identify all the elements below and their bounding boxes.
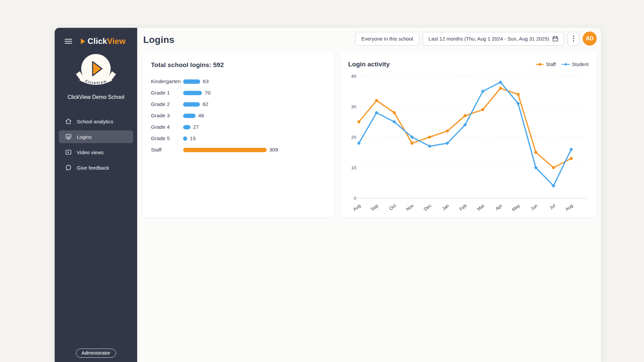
data-point [517,93,520,96]
series-line-staff [359,88,571,168]
x-tick-label: Jan [441,203,450,212]
top-bar: Logins Everyone in this school Last 12 m… [143,32,597,46]
bar-fill [183,91,202,95]
y-tick-label: 40 [351,74,356,79]
data-point [357,120,360,123]
cards-row: Total school logins: 592 Kindergarten63G… [143,53,597,218]
bar-row: Grade 346 [151,110,325,121]
user-avatar[interactable]: AD [583,32,597,46]
header-controls: Everyone in this school Last 12 months (… [355,32,597,46]
x-tick-label: Mar [476,203,486,212]
bar-chart-title: Total school logins: 592 [151,61,325,69]
bar-value-label: 309 [269,147,278,153]
data-point [481,108,484,111]
legend-item-staff[interactable]: Staff [536,62,556,67]
x-tick-label: Aug [352,203,362,212]
more-options-button[interactable] [568,32,579,46]
x-tick-label: Feb [459,203,468,212]
bar-category-label: Grade 1 [151,90,183,96]
audience-filter-label: Everyone in this school [361,36,413,42]
school-name: ClickView Demo School [55,94,137,100]
brand-text: ClickView [88,37,125,46]
y-tick-label: 30 [351,104,356,109]
bar-fill [183,148,267,152]
sidebar-item-give-feedback[interactable]: Give feedback [59,161,133,174]
bar-category-label: Staff [151,147,183,153]
bar-category-label: Grade 5 [151,135,183,141]
date-range-label: Last 12 months (Thu, Aug 1 2024 - Sun, A… [429,36,549,42]
sidebar-header: ClickView [55,28,137,47]
bar-value-label: 70 [205,90,210,96]
login-activity-card: Login activity StaffStudent 010203040Aug… [340,53,597,218]
app-window: ClickView ClickView ClickView Demo Schoo… [55,28,601,362]
student-legend-marker-icon [562,62,570,66]
clickview-logo: ClickView [81,37,125,46]
audience-filter-button[interactable]: Everyone in this school [355,32,419,46]
bar-value-label: 27 [193,124,199,130]
bar-category-label: Grade 4 [151,124,183,130]
bar-fill [183,136,187,141]
x-tick-label: Jul [548,203,556,210]
y-tick-label: 20 [351,135,356,140]
data-point [446,129,449,132]
y-tick-label: 10 [351,165,356,170]
bar-category-label: Kindergarten [151,78,183,84]
sidebar-item-video-views[interactable]: Video views [59,146,133,159]
x-tick-label: May [511,203,521,212]
sidebar: ClickView ClickView ClickView Demo Schoo… [55,28,137,362]
home-icon [65,118,72,125]
login-activity-chart: 010203040AugSepOctNovDecJanFebMarAprMayJ… [348,71,589,213]
x-tick-label: Aug [565,203,574,212]
sidebar-nav: School analyticsLoginsVideo viewsGive fe… [59,115,133,174]
chart-legend: StaffStudent [536,62,589,67]
video-views-icon [65,149,72,156]
x-tick-label: Apr [494,203,503,211]
feedback-chat-icon [65,164,72,171]
bar-fill [183,102,200,107]
kebab-menu-icon [573,36,574,42]
sidebar-item-label: Give feedback [77,165,109,171]
date-range-button[interactable]: Last 12 months (Thu, Aug 1 2024 - Sun, A… [423,32,564,46]
x-tick-label: Dec [423,203,432,212]
data-point [552,166,555,169]
x-tick-label: Jun [530,203,538,212]
data-point [411,142,414,145]
hamburger-menu-button[interactable] [65,39,72,44]
bar-row: Grade 427 [151,121,325,133]
x-tick-label: Oct [388,203,397,211]
data-point [499,87,502,90]
legend-label: Staff [546,62,556,67]
logins-monitor-icon [65,133,72,140]
bar-row: Kindergarten63 [151,76,325,87]
total-logins-card: Total school logins: 592 Kindergarten63G… [143,53,333,218]
sidebar-item-label: Video views [77,149,104,155]
x-tick-label: Sep [370,203,379,212]
legend-item-student[interactable]: Student [562,62,589,67]
bar-value-label: 46 [198,113,204,119]
bar-row: Grade 262 [151,99,325,110]
administrator-badge: Administrator [76,349,116,358]
line-chart-title: Login activity [348,61,390,68]
calendar-icon [552,36,558,42]
main-content: Logins Everyone in this school Last 12 m… [137,28,601,362]
bar-value-label: 15 [190,135,196,141]
bar-row: Grade 515 [151,133,325,144]
page-title: Logins [143,35,174,45]
bar-category-label: Grade 3 [151,113,183,119]
series-line-student [359,82,571,186]
sidebar-item-logins[interactable]: Logins [59,130,133,143]
x-tick-label: Nov [405,203,415,212]
data-point [464,114,467,117]
data-point [570,147,573,151]
bar-value-label: 62 [203,101,208,107]
data-point [534,151,537,154]
data-point [570,157,573,160]
sidebar-item-school-analytics[interactable]: School analytics [59,115,133,128]
bar-value-label: 63 [203,78,209,84]
brand-play-icon [81,39,85,44]
bar-rows: Kindergarten63Grade 170Grade 262Grade 34… [151,76,325,156]
data-point [393,111,396,114]
sidebar-item-label: Logins [77,134,92,140]
school-logo-emblem: ClickView [76,52,116,92]
sidebar-item-label: School analytics [77,119,113,124]
